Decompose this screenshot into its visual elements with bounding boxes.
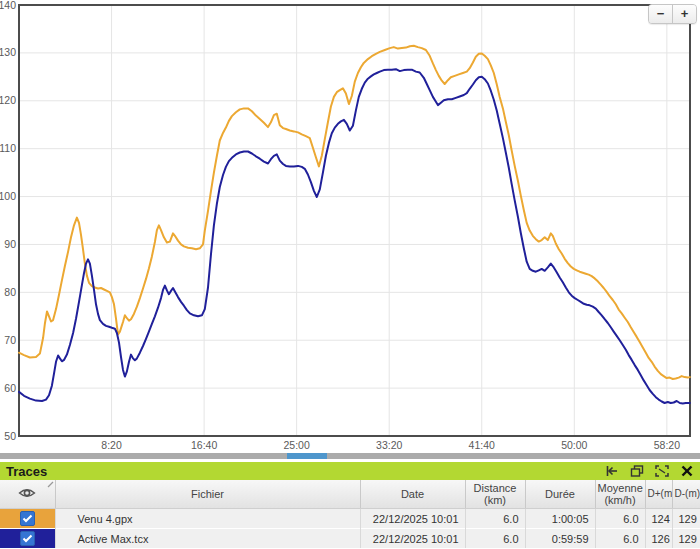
trace-color-cell xyxy=(0,529,55,549)
zoom-controls: − + xyxy=(648,4,697,24)
table-row-activemax[interactable]: Active Max.tcx 22/12/2025 10:01 6.0 0:59… xyxy=(0,529,700,549)
trace-line-orange[interactable] xyxy=(19,46,690,379)
y-axis-tick-label: 90 xyxy=(4,238,16,250)
elevation-chart: 50607080901001101201301408:2016:4025:003… xyxy=(0,0,700,452)
trace-average-speed: 6.0 xyxy=(595,509,645,529)
column-header-duration: Durée xyxy=(525,480,595,509)
column-header-distance: Distance(km) xyxy=(465,480,525,509)
trace-date: 22/12/2025 10:01 xyxy=(360,529,465,549)
trace-file-name[interactable]: Venu 4.gpx xyxy=(55,509,360,529)
eye-icon xyxy=(18,487,36,499)
x-axis-tick-label: 41:40 xyxy=(469,439,495,451)
close-icon[interactable] xyxy=(680,465,694,477)
trace-file-name[interactable]: Active Max.tcx xyxy=(55,529,360,549)
panel-title: Traces xyxy=(6,464,47,479)
column-header-dplus: D+(m) xyxy=(645,480,672,509)
trace-duration: 1:00:05 xyxy=(525,509,595,529)
traces-panel: Traces xyxy=(0,462,700,548)
y-axis-tick-label: 50 xyxy=(4,430,16,442)
zoom-in-button[interactable]: + xyxy=(673,5,696,23)
trace-visible-checkbox[interactable] xyxy=(20,511,35,526)
expand-icon[interactable] xyxy=(655,465,669,477)
trace-color-cell xyxy=(0,509,55,529)
horizontal-scrollbar-track[interactable] xyxy=(0,453,700,459)
column-header-dminus: D-(m) xyxy=(672,480,700,509)
traces-panel-titlebar: Traces xyxy=(0,462,700,480)
x-axis-tick-label: 8:20 xyxy=(101,439,122,451)
trace-duration: 0:59:59 xyxy=(525,529,595,549)
table-header-row: Fichier Date Distance(km) Durée Moyenne(… xyxy=(0,480,700,509)
y-axis-tick-label: 80 xyxy=(4,286,16,298)
y-axis-tick-label: 100 xyxy=(0,190,16,202)
visibility-column-header[interactable] xyxy=(0,480,55,509)
collapse-left-icon[interactable] xyxy=(605,465,619,477)
trace-line-blue[interactable] xyxy=(19,69,690,403)
plot-border xyxy=(19,5,690,436)
gps-track-compare-app: { "zoom_controls": { "zoom_out_label": "… xyxy=(0,0,700,549)
trace-visible-checkbox[interactable] xyxy=(20,531,35,546)
table-row-venu4[interactable]: Venu 4.gpx 22/12/2025 10:01 6.0 1:00:05 … xyxy=(0,509,700,529)
zoom-out-button[interactable]: − xyxy=(649,5,673,23)
horizontal-scrollbar-thumb[interactable] xyxy=(287,453,327,459)
trace-distance: 6.0 xyxy=(465,509,525,529)
trace-dplus: 126 xyxy=(645,529,672,549)
x-axis-tick-label: 16:40 xyxy=(191,439,217,451)
restore-window-icon[interactable] xyxy=(630,465,644,477)
traces-table: Fichier Date Distance(km) Durée Moyenne(… xyxy=(0,480,700,548)
column-header-average: Moyenne(km/h) xyxy=(595,480,645,509)
trace-distance: 6.0 xyxy=(465,529,525,549)
x-axis-tick-label: 33:20 xyxy=(376,439,402,451)
y-axis-tick-label: 60 xyxy=(4,382,16,394)
y-axis-tick-label: 70 xyxy=(4,334,16,346)
y-axis-tick-label: 140 xyxy=(0,0,16,11)
column-header-file: Fichier xyxy=(55,480,360,509)
x-axis-tick-label: 50:00 xyxy=(561,439,587,451)
trace-date: 22/12/2025 10:01 xyxy=(360,509,465,529)
trace-dminus: 129 xyxy=(672,509,700,529)
y-axis-tick-label: 120 xyxy=(0,94,16,106)
trace-dminus: 129 xyxy=(672,529,700,549)
x-axis-tick-label: 58:20 xyxy=(654,439,680,451)
column-header-date: Date xyxy=(360,480,465,509)
trace-average-speed: 6.0 xyxy=(595,529,645,549)
y-axis-tick-label: 130 xyxy=(0,46,16,58)
chart-canvas[interactable]: 50607080901001101201301408:2016:4025:003… xyxy=(0,0,700,452)
trace-dplus: 124 xyxy=(645,509,672,529)
column-resize-grip[interactable] xyxy=(47,481,54,488)
x-axis-tick-label: 25:00 xyxy=(284,439,310,451)
y-axis-tick-label: 110 xyxy=(0,142,16,154)
